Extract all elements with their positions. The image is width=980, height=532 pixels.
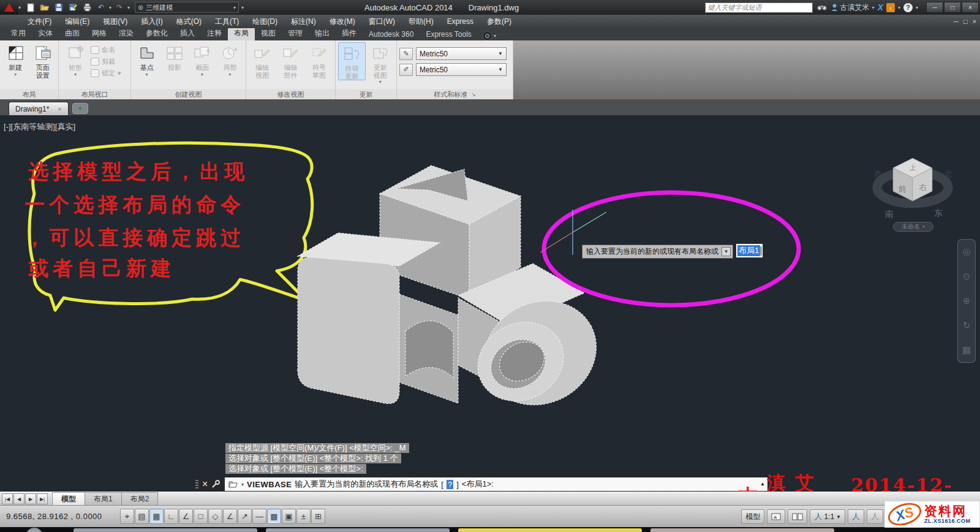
autoscale-button[interactable]: 人 [867,509,883,524]
section-view-dropdown-icon[interactable]: ▾ [201,72,203,77]
print-icon[interactable] [81,2,93,13]
ucs-selector[interactable]: 未命名 ▾ [893,222,933,232]
first-tab-button[interactable]: |◀ [2,493,13,504]
help-icon[interactable]: ? [903,3,913,12]
drag-handle-icon[interactable] [195,480,198,488]
grid-toggle[interactable]: ▦ [149,509,164,524]
quick-properties-toggle[interactable]: ▣ [282,509,296,524]
annotation-scale-button[interactable]: 人 1:1 ▼ [810,509,845,524]
quick-view-layouts-icon[interactable] [767,509,785,524]
3d-model[interactable] [298,165,614,425]
ortho-toggle[interactable]: ∟ [164,509,178,524]
viewcube-north-label[interactable]: 北 [944,170,952,178]
logo-dropdown-icon[interactable]: ▾ [18,5,21,10]
save-icon[interactable] [53,2,65,13]
ribbon-tab-view[interactable]: 视图 [255,27,282,40]
model-space-button[interactable]: 模型 [741,509,764,524]
page-setup-button[interactable]: 页面设置 [30,42,56,79]
update-view-button[interactable]: 更新视图 ▾ [367,42,394,85]
taskbar-item-flashing[interactable] [458,528,642,532]
ribbon-tab-home[interactable]: 常用 [5,27,32,40]
menu-parameters[interactable]: 参数(P) [480,15,518,28]
open-file-icon[interactable] [39,2,51,13]
orbit-icon[interactable]: ↻ [963,320,971,331]
undo-icon[interactable]: ↶ [95,2,107,13]
menu-window[interactable]: 窗口(W) [362,15,402,28]
drawing-canvas[interactable]: [-][东南等轴测][真实] [0,115,980,492]
clip-viewport-button[interactable]: 剪裁 [91,56,121,66]
exchange-x-icon[interactable]: X [878,2,883,12]
menu-tools[interactable]: 工具(T) [208,15,246,28]
symbol-style-combo[interactable]: Metric50 ▼ [416,63,507,76]
ribbon-tab-annotate[interactable]: 注释 [201,27,228,40]
lineweight-toggle[interactable]: — [252,509,266,524]
dynamic-input-field[interactable]: 布局1 [736,243,763,258]
rect-viewport-button[interactable]: 矩形 ▾ [61,42,89,77]
dynamic-input-toggle[interactable]: ↗ [238,509,252,524]
new-layout-button[interactable]: 新建 ▾ [2,42,29,77]
ribbon-tab-insert[interactable]: 插入 [174,27,201,40]
coordinates-readout[interactable]: 9.6568, 28.9162 , 0.0000 [0,512,120,521]
named-viewport-button[interactable]: 命名 [91,45,121,55]
autocad-logo-button[interactable] [0,0,18,15]
redo-dropdown-icon[interactable]: ▾ [127,5,130,10]
panel-title-update[interactable]: 更新 [336,89,396,99]
taskbar-item[interactable] [266,528,450,532]
annotation-visibility-button[interactable]: 人 [848,509,864,524]
ribbon-options-button[interactable]: ⊙ ▾ [483,31,496,40]
ribbon-tab-parametric[interactable]: 参数化 [140,27,174,40]
taskbar-item[interactable] [650,528,834,532]
start-orb[interactable] [26,528,43,532]
steering-wheel-icon[interactable]: ◎ [962,246,970,257]
model-tab[interactable]: 模型 [52,492,85,505]
restore-button[interactable]: □ [944,2,961,13]
new-drawing-tab-button[interactable]: + [72,103,88,114]
update-view-dropdown-icon[interactable]: ▾ [379,79,382,85]
ribbon-tab-solid[interactable]: 实体 [32,27,59,40]
menu-insert[interactable]: 插入(I) [134,15,169,28]
ribbon-tab-plugins[interactable]: 插件 [336,27,363,40]
ribbon-tab-render[interactable]: 渲染 [113,27,140,40]
menu-help[interactable]: 帮助(H) [402,15,440,28]
showmotion-icon[interactable]: ▦ [962,344,971,355]
grid-dots-toggle[interactable]: ▤ [135,509,149,524]
panel-title-styles-standards[interactable]: 样式和标准 ↘ [397,89,513,99]
base-view-dropdown-icon[interactable]: ▾ [146,72,148,77]
ribbon-tab-expresstools[interactable]: Express Tools [420,29,477,40]
recent-commands-icon[interactable] [228,481,238,488]
next-tab-button[interactable]: ▶ [25,493,36,504]
help-dropdown-icon[interactable]: ▾ [916,5,918,10]
quick-view-drawings-icon[interactable] [788,509,807,524]
undo-dropdown-icon[interactable]: ▾ [109,5,111,10]
ribbon-tab-autodesk360[interactable]: Autodesk 360 [363,29,420,40]
osnap3d-toggle[interactable]: ◇ [208,509,222,524]
ribbon-tab-mesh[interactable]: 网格 [86,27,113,40]
panel-title-create-view[interactable]: 创建视图 [131,89,246,99]
edit-view-button[interactable]: 编辑视图 [249,42,276,79]
rect-viewport-dropdown-icon[interactable]: ▾ [74,72,77,77]
lock-viewport-dropdown-icon[interactable]: ▾ [118,69,121,77]
panel-title-layout-viewports[interactable]: 布局视口 [59,89,130,99]
detail-view-dropdown-icon[interactable]: ▾ [228,72,231,77]
viewcube-east-label[interactable]: 东 [934,208,943,218]
recent-commands-dropdown-icon[interactable]: ▾ [241,482,244,487]
menu-express[interactable]: Express [440,15,480,28]
symbol-sketch-button[interactable]: 符号草图 [306,42,333,79]
search-input[interactable]: 键入关键字或短语 [705,2,813,13]
doc-restore-icon[interactable]: □ [963,18,968,25]
customize-wrench-icon[interactable] [211,480,220,488]
doc-minimize-icon[interactable]: ─ [954,18,959,25]
viewcube-front-face[interactable]: 前 [899,184,907,194]
snap-toggle[interactable]: ⌖ [120,509,134,524]
menu-format[interactable]: 格式(O) [170,15,208,28]
layout1-tab[interactable]: 布局1 [85,492,122,505]
taskbar-item[interactable] [74,528,257,532]
redo-icon[interactable]: ↷ [113,2,126,13]
apps-dropdown-icon[interactable]: ▾ [898,5,900,10]
save-as-icon[interactable] [67,2,79,13]
ribbon-tab-layout[interactable]: 布局 [228,27,255,40]
edit-components-button[interactable]: 编辑部件 [277,42,304,79]
command-input[interactable]: ▾ VIEWBASE 输入要置为当前的新的或现有布局名称或 [ ? ] <布局1… [225,477,767,491]
layout2-tab[interactable]: 布局2 [121,492,159,505]
prev-tab-button[interactable]: ◀ [13,493,24,504]
